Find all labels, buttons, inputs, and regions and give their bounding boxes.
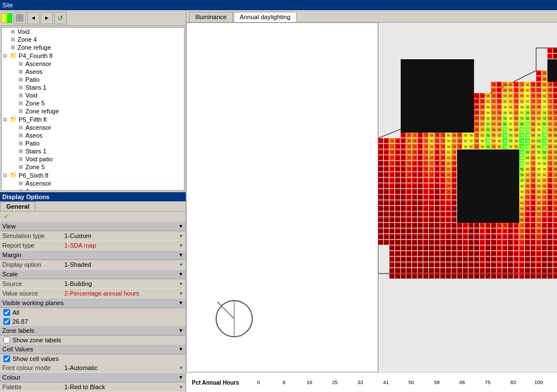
refresh-button[interactable]: ↺ <box>54 12 67 24</box>
view-header: View ▼ <box>0 222 186 231</box>
tree-item[interactable]: ⊞ Void <box>2 91 184 99</box>
margin-collapse-icon[interactable]: ▼ <box>178 252 183 258</box>
tree-item[interactable]: ⊞ Zone 5 <box>2 99 184 107</box>
cell-values-header: Cell Values ▼ <box>0 345 186 354</box>
report-type-label: Report type <box>0 241 62 250</box>
tree-item[interactable]: ⊞ Aseos <box>2 68 184 76</box>
simulation-type-value[interactable]: 1-Custom ▼ <box>62 231 186 241</box>
tree-item[interactable]: ⊞ Patio <box>2 76 184 83</box>
tree-item[interactable]: ⊞ Stairs 1 <box>2 83 184 91</box>
tree-item[interactable]: ⊞ Void <box>2 28 184 36</box>
tree-label: Ascensor <box>25 180 51 187</box>
tree-item[interactable]: ⊞ Zone refuge <box>2 107 184 115</box>
simulation-type-label: Simulation type <box>0 231 62 241</box>
tree-label: Void <box>25 92 37 99</box>
tree-label: Stairs 1 <box>25 148 46 155</box>
tree-label: Void <box>17 28 29 35</box>
tree-container[interactable]: ⊞ Void ⊞ Zone 4 ⊞ Zone refuge ⊟ 📁 P4_Fou… <box>1 27 185 191</box>
plane-checkbox-row: 26.87 <box>0 317 186 326</box>
show-zone-checkbox[interactable] <box>3 337 10 343</box>
font-colour-value[interactable]: 1-Automatic ▼ <box>62 363 186 373</box>
expand-icon: ⊞ <box>19 108 24 114</box>
back-button[interactable]: ◄ <box>27 12 40 24</box>
checkmark[interactable]: ✓ <box>0 212 186 222</box>
expand-icon: ⊞ <box>19 100 24 106</box>
tree-item[interactable]: ⊞ Void patio <box>2 155 184 163</box>
tree-item[interactable]: ⊞ Ascensor <box>2 179 184 187</box>
dropdown-arrow-icon: ▼ <box>179 281 183 287</box>
tree-label: Zone 5 <box>25 164 45 170</box>
expand-icon: ⊞ <box>19 69 24 74</box>
title-label: Site <box>2 2 13 8</box>
report-type-value[interactable]: 1-SDA map ▼ <box>62 241 186 250</box>
svg-rect-2 <box>16 18 19 21</box>
visible-planes-label: Visible working planes <box>2 299 64 306</box>
expand-icon: ⊞ <box>11 37 16 42</box>
tree-item[interactable]: ⊞ Ascensor <box>2 60 184 68</box>
expand-icon: ⊞ <box>19 180 24 186</box>
display-option-label: Display option <box>0 260 62 270</box>
view-collapse-icon[interactable]: ▼ <box>178 223 183 229</box>
forward-button[interactable]: ► <box>41 12 53 24</box>
zone-labels-header: Zone labels ▼ <box>0 326 186 336</box>
tab-row: General <box>0 201 186 212</box>
tree-item[interactable]: ⊞ Stairs 1 <box>2 147 184 155</box>
annual-daylighting-tab[interactable]: Annual daylighting <box>234 12 297 22</box>
zone-labels-label: Zone labels <box>2 327 34 334</box>
show-zone-label: Show zone labels <box>12 337 61 343</box>
svg-line-5 <box>217 302 234 319</box>
plane-2687-checkbox[interactable] <box>3 318 10 325</box>
tree-label: Aseos <box>25 132 43 139</box>
svg-rect-0 <box>16 14 19 17</box>
visible-planes-collapse-icon[interactable]: ▼ <box>178 300 183 306</box>
tree-item[interactable]: ⊞ Zone 5 <box>2 163 184 171</box>
scale-collapse-icon[interactable]: ▼ <box>178 271 183 277</box>
expand-icon: ⊞ <box>11 29 16 34</box>
source-value[interactable]: 1-Building ▼ <box>62 279 186 289</box>
scale-options: Source 1-Building ▼ Value source 2-Perce… <box>0 279 186 298</box>
illuminance-tab[interactable]: Illuminance <box>189 12 233 22</box>
grid-icon[interactable] <box>14 12 26 24</box>
colour-collapse-icon[interactable]: ▼ <box>178 375 183 380</box>
color-scale: Pct Annual Hours 08162533415058667583100 <box>186 372 557 392</box>
colour-header: Colour ▼ <box>0 373 186 382</box>
scale-label: Scale <box>2 271 18 278</box>
zone-labels-collapse-icon[interactable]: ▼ <box>178 328 183 333</box>
dropdown-arrow-icon: ▼ <box>179 365 183 371</box>
scale-ticks: 08162533415058667583100 <box>246 380 551 385</box>
scale-label: Pct Annual Hours <box>192 380 239 386</box>
value-source-value[interactable]: 2-Percentage annual hours ▼ <box>62 289 186 298</box>
expand-icon: ⊞ <box>19 156 24 162</box>
cell-values-collapse-icon[interactable]: ▼ <box>178 346 183 352</box>
tree-folder-p5[interactable]: ⊟ 📁 P5_Fifth fl <box>2 115 184 124</box>
general-tab[interactable]: General <box>0 201 36 211</box>
show-cell-label: Show cell values <box>12 355 59 362</box>
expand-icon: ⊟ <box>3 53 8 59</box>
tree-label: Zone refuge <box>25 108 59 114</box>
folder-icon: 📁 <box>10 52 17 59</box>
tree-folder-p6[interactable]: ⊟ 📁 P6_Sixth fl <box>2 171 184 179</box>
tree-folder-p4[interactable]: ⊟ 📁 P4_Fourth fl <box>2 51 184 60</box>
view-tabs: Illuminance Annual daylighting <box>186 10 557 23</box>
tree-item[interactable]: ⊞ Patio <box>2 139 184 147</box>
tree-item[interactable]: ⊞ Ascensor <box>2 124 184 131</box>
all-checkbox[interactable] <box>3 309 10 316</box>
expand-icon: ⊞ <box>19 61 24 67</box>
margin-label: Margin <box>2 252 21 258</box>
tree-item[interactable]: ⊞ Aseos <box>2 131 184 139</box>
color-grid-icon[interactable] <box>1 13 12 23</box>
expand-icon: ⊞ <box>19 93 24 98</box>
display-option-value[interactable]: 1-Shaded ▼ <box>62 260 186 270</box>
tree-item[interactable]: ⊞ Zone 4 <box>2 36 184 43</box>
tree-label: Patio <box>25 140 40 147</box>
show-zone-checkbox-row: Show zone labels <box>0 336 186 345</box>
palette-value[interactable]: 1-Red to Black ▼ <box>62 382 186 392</box>
show-cell-checkbox[interactable] <box>3 355 10 362</box>
font-colour-label: Font colour mode <box>0 363 62 373</box>
tree-item[interactable]: ⊞ Aseos <box>2 187 184 191</box>
tree-item[interactable]: ⊞ Zone refuge <box>2 43 184 51</box>
folder-icon: 📁 <box>10 171 17 179</box>
folder-icon: 📁 <box>10 116 17 123</box>
tree-label: P6_Sixth fl <box>19 172 49 179</box>
dropdown-arrow-icon: ▼ <box>179 243 183 248</box>
